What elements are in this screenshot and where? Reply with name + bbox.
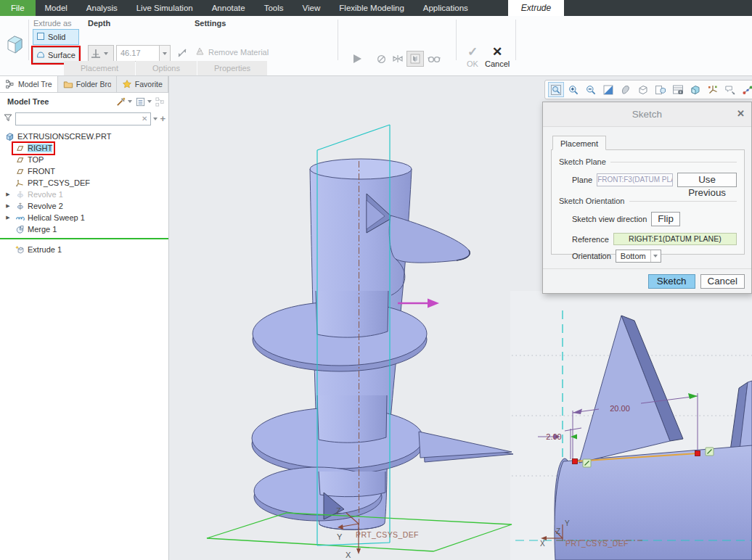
dashboard-tab-placement[interactable]: Placement	[64, 61, 135, 75]
menu-live-simulation[interactable]: Live Simulation	[127, 0, 203, 16]
flip-depth-icon[interactable]	[176, 47, 188, 62]
expand-arrow-icon[interactable]: ▶	[3, 215, 13, 221]
feature-preview-button[interactable]	[406, 51, 424, 67]
sketch-dialog-titlebar[interactable]: Sketch ✕	[543, 102, 751, 127]
search-dropdown[interactable]	[153, 118, 158, 120]
solid-button[interactable]: Solid	[33, 29, 79, 45]
tree-settings-button[interactable]	[135, 96, 152, 107]
sketch-endpoint-right[interactable]	[695, 451, 700, 456]
dashboard-tab-options[interactable]: Options	[136, 61, 197, 75]
glasses-preview-button[interactable]	[425, 51, 443, 67]
tab-extrude-context[interactable]: Extrude	[508, 0, 564, 16]
display-filters-button[interactable]	[687, 82, 703, 97]
dashboard-tab-properties[interactable]: Properties	[197, 61, 267, 75]
sketch-endpoint-left[interactable]	[573, 459, 578, 464]
repaint-button[interactable]	[600, 82, 616, 97]
zoom-region-button[interactable]	[548, 82, 564, 97]
screw-top-face	[310, 159, 412, 179]
menu-annotate[interactable]: Annotate	[203, 0, 255, 16]
reference-field[interactable]: RIGHT:F1(DATUM PLANE)	[613, 233, 737, 245]
tree-item-revolve-2[interactable]: ▶Revolve 2	[0, 200, 168, 212]
zoom-in-button[interactable]	[565, 82, 581, 97]
part-icon	[4, 131, 15, 141]
tree-item-helical-sweep-1[interactable]: ▶Helical Sweep 1	[0, 212, 168, 223]
no-preview-button[interactable]	[372, 51, 390, 67]
tree-collapse-button[interactable]	[155, 96, 165, 107]
menu-model[interactable]: Model	[36, 0, 77, 16]
sketch-orientation-group-label: Sketch Orientation	[559, 197, 625, 205]
tree-item-extrude-1[interactable]: Extrude 1	[0, 244, 168, 255]
tree-item-label: RIGHT	[28, 144, 52, 152]
depth-value-dropdown[interactable]	[160, 45, 171, 62]
view-direction-label: Sketch view direction	[572, 215, 647, 223]
tree-item-revolve-1[interactable]: ▶Revolve 1	[0, 189, 168, 200]
expand-arrow-icon[interactable]: ▶	[3, 203, 13, 209]
dimension-width-value[interactable]: 20.00	[610, 404, 630, 413]
tree-item-label: TOP	[28, 155, 44, 164]
dimension-height-value[interactable]: 2.00	[546, 432, 561, 441]
navigator-tab-favorites[interactable]: Favorites	[117, 76, 168, 92]
resume-button[interactable]	[348, 51, 366, 67]
menu-flexible-modeling[interactable]: Flexible Modeling	[330, 0, 414, 16]
tree-item-label: Revolve 2	[28, 202, 63, 210]
axis-y-label: Y	[337, 532, 343, 541]
view-manager-button[interactable]	[670, 82, 686, 97]
filter-icon[interactable]	[3, 112, 13, 125]
tree-item-front[interactable]: FRONT	[0, 165, 168, 177]
close-icon[interactable]: ✕	[737, 108, 745, 119]
dynamic-preview-button[interactable]	[389, 51, 406, 67]
depth-value-input[interactable]: 46.17	[116, 45, 160, 62]
tree-item-extrusionscrew-prt[interactable]: EXTRUSIONSCREW.PRT	[0, 131, 168, 142]
menu-view[interactable]: View	[293, 0, 330, 16]
zoom-out-button[interactable]	[583, 82, 599, 97]
display-style-button[interactable]	[635, 82, 651, 97]
tree-item-prt-csys-def[interactable]: PRT_CSYS_DEF	[0, 177, 168, 189]
tree-item-merge-1[interactable]: Merge 1	[0, 223, 168, 235]
cancel-button[interactable]: ✕ Cancel	[485, 45, 510, 68]
use-previous-button[interactable]: Use Previous	[677, 173, 737, 187]
flip-button[interactable]: Flip	[651, 212, 679, 226]
insert-here-indicator[interactable]	[0, 238, 168, 239]
menu-analysis[interactable]: Analysis	[77, 0, 127, 16]
model-tree-title: Model Tree	[7, 97, 113, 106]
merge-icon	[15, 224, 25, 234]
menu-applications[interactable]: Applications	[414, 0, 478, 16]
reference-label: Reference	[572, 235, 609, 244]
navigator-tab-folder-browser[interactable]: Folder Browser	[58, 76, 117, 92]
depth-type-button[interactable]	[88, 45, 114, 62]
model-tree-panel: Model TreeFolder BrowserFavorites Model …	[0, 76, 169, 560]
shading-options-button[interactable]	[618, 82, 634, 97]
tree-item-label: Merge 1	[28, 225, 57, 234]
orientation-combo[interactable]: Bottom	[616, 250, 661, 263]
solid-icon	[36, 32, 45, 42]
csys-label-2[interactable]: PRT_CSYS_DEF	[565, 539, 629, 548]
ok-button[interactable]: ✓ OK	[460, 45, 485, 68]
add-filter-button[interactable]: +	[160, 113, 165, 124]
menu-file[interactable]: File	[0, 0, 36, 16]
ok-check-icon: ✓	[460, 45, 485, 59]
csys-label[interactable]: PRT_CSYS_DEF	[356, 530, 419, 539]
navigator-tab-model-tree[interactable]: Model Tree	[0, 76, 58, 92]
tree-tools-button[interactable]	[115, 96, 132, 107]
tree-item-top[interactable]: TOP	[0, 154, 168, 165]
favorites-icon	[122, 79, 132, 89]
constraint-badge-right[interactable]	[706, 448, 714, 456]
expand-arrow-icon[interactable]: ▶	[3, 192, 13, 197]
saved-orientations-button[interactable]	[653, 82, 669, 97]
menu-tools[interactable]: Tools	[255, 0, 293, 16]
annotation-display-button[interactable]	[722, 82, 738, 97]
sketch-confirm-button[interactable]: Sketch	[648, 274, 695, 289]
csys-icon	[15, 178, 25, 188]
constraint-badge-left[interactable]	[583, 459, 591, 467]
depth-label: Depth	[88, 19, 110, 28]
remove-material-button[interactable]: Remove Material	[195, 46, 269, 58]
sketch-cancel-button[interactable]: Cancel	[700, 274, 745, 289]
extrude-as-label: Extrude as	[33, 19, 72, 28]
spin-center-button[interactable]	[740, 82, 752, 97]
clear-search-icon[interactable]: ✕	[142, 115, 150, 123]
tree-search-input[interactable]: ✕	[15, 112, 151, 125]
tree-item-right[interactable]: RIGHT	[0, 142, 168, 154]
tab-placement[interactable]: Placement	[552, 136, 606, 150]
datum-display-button[interactable]	[705, 82, 721, 97]
plane-field[interactable]: FRONT:F3(DATUM PLANE)	[597, 173, 673, 186]
